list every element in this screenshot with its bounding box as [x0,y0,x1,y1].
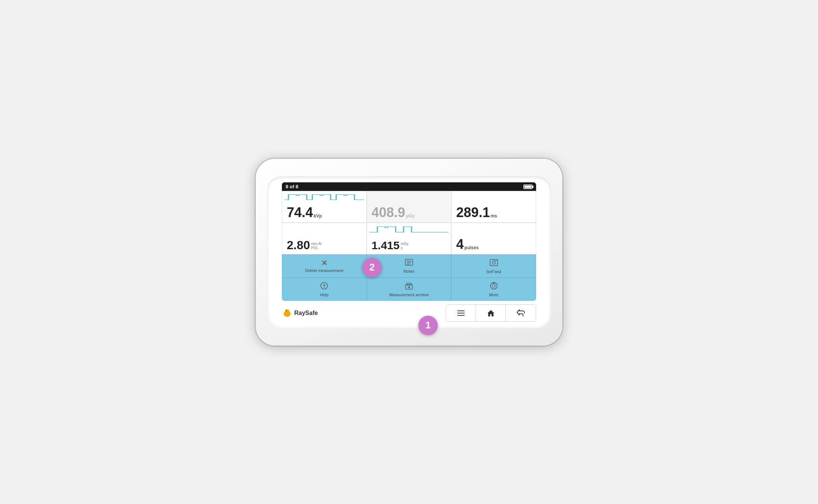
metrics-grid: 74.4 kVp 408.9 μGy 289.1 ms [282,191,536,254]
notes-label: Notes [404,269,415,273]
mmal-unit1: mm Al [311,242,322,246]
pulses-unit: pulses [464,245,479,250]
menu-icon [457,310,465,316]
brand-area: RaySafe [282,308,446,318]
actions-grid: ✕ Delete measurement Notes [282,254,536,301]
brand-logo: RaySafe [282,308,318,318]
metric-pulses: 4 pulses [451,223,536,254]
home-button[interactable] [476,305,506,321]
archive-button[interactable]: Measurement archive [367,278,452,301]
ugy-unit: μGy [406,214,415,218]
pulses-value: 4 [456,238,464,251]
archive-icon [405,282,413,291]
back-icon [516,309,525,317]
page-info: 8 of 8 [286,184,298,189]
battery-icon [523,185,532,189]
back-button[interactable] [506,305,536,321]
metric-mgyps: 1.415 mGy s [367,223,452,254]
self-test-button[interactable]: Self test [451,254,536,278]
selftest-label: Self test [486,269,501,274]
metric-mmal: 2.80 mm Al HVL [282,223,367,254]
svg-marker-24 [488,310,494,316]
svg-point-5 [492,261,495,264]
archive-label: Measurement archive [389,293,429,297]
svg-text:?: ? [323,283,326,289]
more-label: More [489,293,498,297]
waveform-mgyps [369,225,449,235]
screen: 8 of 8 74.4 kVp [282,182,536,301]
device: 2 1 8 of 8 [256,159,562,346]
brand-icon [282,308,292,318]
screen-header: 8 of 8 [282,182,536,191]
mmal-unit2: HVL [311,246,322,250]
menu-button[interactable] [446,305,476,321]
svg-line-7 [495,260,496,261]
home-icon [487,309,495,317]
more-button[interactable]: More [451,278,536,301]
kvp-unit: kVp [314,214,322,218]
mgyps-unit2: s [401,246,409,250]
annotation-2: 2 [362,258,382,277]
metric-kvp: 74.4 kVp [282,191,367,223]
help-icon: ? [320,282,328,291]
selftest-icon [490,259,498,268]
metric-ugy: 408.9 μGy [367,191,452,223]
mgyps-value: 1.415 [372,240,400,251]
notes-icon [405,259,413,268]
mmal-value: 2.80 [287,239,310,251]
nav-buttons [446,304,536,322]
ms-unit: ms [491,214,497,218]
brand-name: RaySafe [294,310,318,316]
svg-point-14 [492,284,495,287]
help-button[interactable]: ? Help [282,278,367,301]
annotation-1: 1 [418,316,438,335]
metric-ms: 289.1 ms [451,191,536,223]
delete-measurement-button[interactable]: ✕ Delete measurement [282,254,367,278]
delete-icon: ✕ [321,259,327,267]
device-inner: 8 of 8 74.4 kVp [267,176,551,328]
delete-label: Delete measurement [305,268,343,273]
svg-rect-11 [407,283,411,285]
help-label: Help [320,293,329,297]
bottom-nav: RaySafe [282,304,536,322]
ugy-value: 408.9 [372,206,405,219]
svg-point-19 [286,310,287,312]
ms-value: 289.1 [456,206,490,219]
mgyps-unit1: mGy [401,242,409,246]
kvp-value: 74.4 [287,206,313,219]
more-icon [490,282,498,291]
waveform-kvp [285,193,364,203]
svg-rect-4 [490,260,498,266]
